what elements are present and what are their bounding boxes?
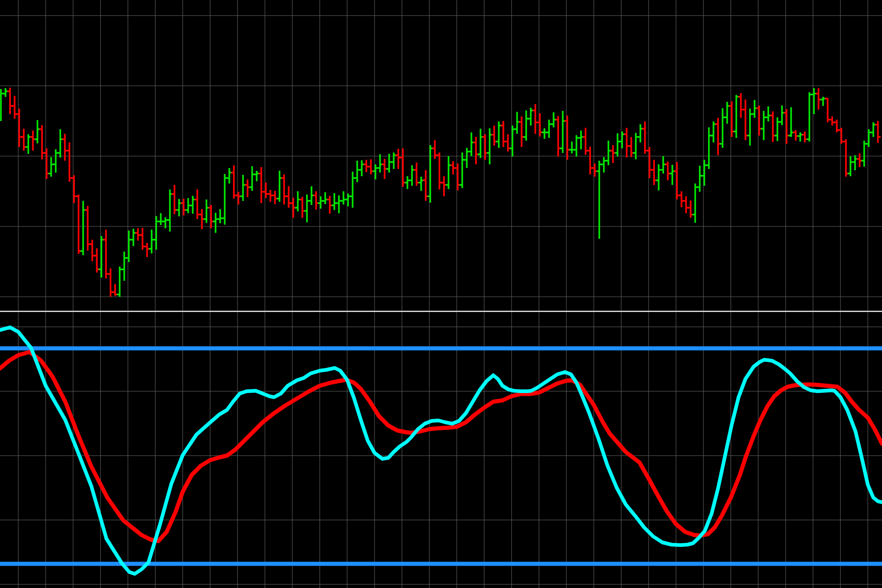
chart-canvas [0, 0, 882, 588]
trading-chart-window [0, 0, 882, 588]
chart-background [0, 0, 882, 588]
